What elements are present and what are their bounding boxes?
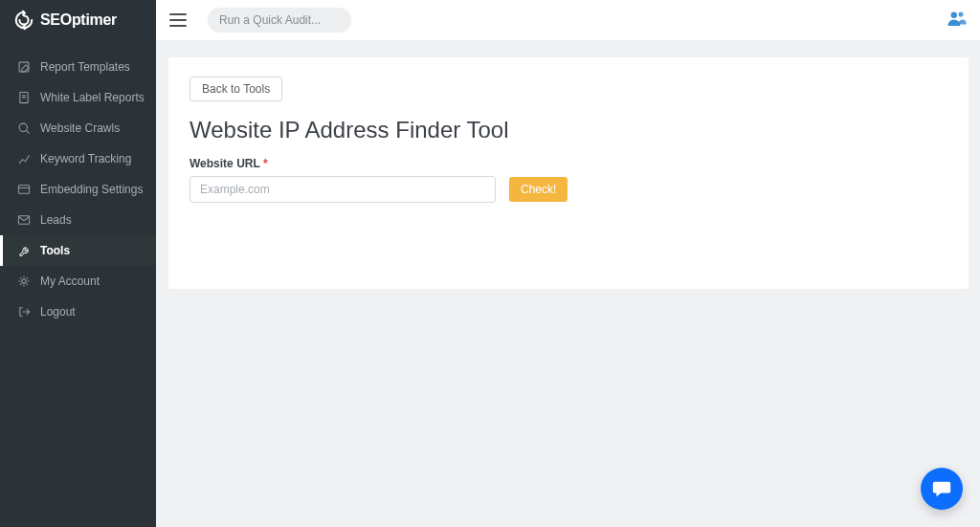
sidebar-item-label: My Account (40, 274, 100, 288)
sidebar-item-embedding-settings[interactable]: Embedding Settings (0, 174, 156, 205)
chat-icon (931, 478, 952, 499)
field-label-text: Website URL (189, 157, 260, 170)
check-button[interactable]: Check! (509, 177, 568, 202)
nav-list: Report TemplatesWhite Label ReportsWebsi… (0, 52, 156, 327)
sidebar-item-website-crawls[interactable]: Website Crawls (0, 113, 156, 143)
logo-icon (13, 10, 34, 31)
gear-icon (17, 274, 31, 288)
sidebar-item-logout[interactable]: Logout (0, 296, 156, 327)
svg-line-5 (26, 130, 29, 133)
logo[interactable]: SEOptimer (0, 0, 156, 40)
svg-point-13 (958, 11, 963, 16)
sidebar-item-label: Logout (40, 305, 76, 318)
website-url-input[interactable] (189, 176, 496, 203)
sidebar: SEOptimer Report TemplatesWhite Label Re… (0, 0, 156, 527)
chart-icon (17, 152, 31, 165)
sidebar-item-label: Keyword Tracking (40, 152, 131, 165)
svg-point-9 (22, 279, 26, 283)
quick-audit-input[interactable] (219, 13, 363, 27)
document-icon (17, 91, 31, 104)
quick-audit-search[interactable] (208, 8, 351, 33)
website-url-label: Website URL * (189, 157, 947, 170)
required-mark: * (263, 157, 268, 170)
sidebar-item-leads[interactable]: Leads (0, 205, 156, 235)
sidebar-item-tools[interactable]: Tools (0, 235, 156, 266)
topbar (156, 0, 980, 40)
logo-text: SEOptimer (40, 11, 117, 29)
edit-icon (17, 60, 31, 74)
sidebar-item-my-account[interactable]: My Account (0, 266, 156, 296)
sidebar-item-label: Embedding Settings (40, 183, 143, 196)
svg-rect-8 (18, 216, 29, 224)
topbar-right (947, 11, 967, 30)
users-icon[interactable] (947, 11, 967, 26)
svg-rect-6 (18, 186, 29, 193)
wrench-icon (17, 244, 31, 257)
embed-icon (17, 183, 31, 196)
menu-toggle-icon[interactable] (169, 13, 187, 27)
content-card: Back to Tools Website IP Address Finder … (168, 57, 969, 289)
sidebar-item-label: Report Templates (40, 60, 130, 74)
svg-point-12 (951, 12, 957, 18)
sidebar-item-keyword-tracking[interactable]: Keyword Tracking (0, 143, 156, 174)
svg-point-4 (19, 123, 27, 131)
logout-icon (17, 305, 31, 318)
page-title: Website IP Address Finder Tool (189, 117, 947, 143)
sidebar-item-white-label-reports[interactable]: White Label Reports (0, 82, 156, 113)
back-to-tools-button[interactable]: Back to Tools (189, 77, 282, 101)
sidebar-item-label: Website Crawls (40, 121, 120, 135)
chat-widget-button[interactable] (921, 468, 963, 510)
input-row: Check! (189, 176, 947, 203)
sidebar-item-label: Leads (40, 213, 72, 227)
sidebar-item-label: Tools (40, 244, 70, 257)
sidebar-item-report-templates[interactable]: Report Templates (0, 52, 156, 82)
search-icon (17, 121, 31, 135)
mail-icon (17, 213, 31, 227)
sidebar-item-label: White Label Reports (40, 91, 145, 104)
